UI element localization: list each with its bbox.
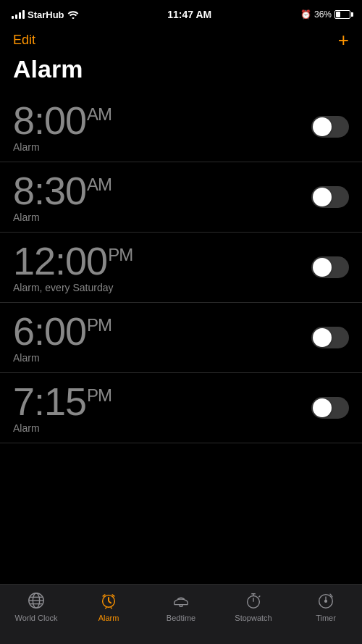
edit-button[interactable]: Edit — [13, 33, 35, 48]
add-alarm-button[interactable]: + — [338, 30, 349, 49]
svg-point-20 — [325, 601, 327, 603]
alarm-info: 7:15PM Alarm — [13, 382, 111, 434]
alarm-list: 8:00AM Alarm 8:30AM Alarm 12:00PM Alarm,… — [0, 92, 362, 443]
alarm-time: 7:15PM — [13, 382, 111, 421]
alarm-time: 8:30AM — [13, 171, 111, 210]
alarm-item[interactable]: 6:00PM Alarm — [0, 303, 362, 373]
signal-icon — [12, 10, 25, 19]
alarm-icon — [98, 590, 119, 611]
status-right: ⏰ 36% — [300, 9, 350, 20]
alarm-item[interactable]: 8:00AM Alarm — [0, 92, 362, 162]
alarm-label: Alarm — [13, 141, 111, 153]
status-left: StarHub — [12, 9, 79, 20]
alarm-item[interactable]: 12:00PM Alarm, every Saturday — [0, 233, 362, 303]
stopwatch-icon — [243, 590, 264, 611]
alarm-time: 12:00PM — [13, 241, 132, 280]
tab-alarm[interactable]: Alarm — [80, 590, 138, 622]
svg-point-13 — [248, 596, 260, 609]
bedtime-icon — [171, 590, 191, 611]
alarm-info: 8:30AM Alarm — [13, 171, 111, 223]
alarm-time: 6:00PM — [13, 311, 111, 351]
timer-icon — [316, 590, 336, 611]
svg-line-11 — [111, 607, 112, 609]
alarm-label: Alarm, every Saturday — [13, 282, 132, 293]
tab-bar: World Clock Alarm Bedtime — [0, 584, 362, 644]
alarm-toggle[interactable] — [311, 116, 349, 138]
svg-line-10 — [105, 607, 106, 609]
alarm-toggle[interactable] — [311, 256, 349, 278]
tab-timer-label: Timer — [316, 614, 336, 622]
toolbar: Edit + — [0, 26, 362, 55]
alarm-toggle[interactable] — [311, 327, 349, 348]
wifi-icon — [67, 10, 79, 19]
tab-world-clock[interactable]: World Clock — [7, 590, 65, 622]
alarm-item[interactable]: 8:30AM Alarm — [0, 162, 362, 233]
tab-stopwatch[interactable]: Stopwatch — [224, 590, 282, 622]
alarm-label: Alarm — [13, 212, 111, 223]
alarm-time: 8:00AM — [13, 101, 111, 140]
svg-line-7 — [109, 601, 111, 603]
alarm-toggle[interactable] — [311, 186, 349, 208]
alarm-label: Alarm — [13, 422, 111, 434]
alarm-info: 6:00PM Alarm — [13, 311, 111, 364]
alarm-status-icon: ⏰ — [300, 9, 311, 20]
status-bar: StarHub 11:47 AM ⏰ 36% — [0, 0, 362, 26]
page-title: Alarm — [0, 55, 362, 92]
alarm-info: 8:00AM Alarm — [13, 101, 111, 153]
tab-alarm-label: Alarm — [98, 614, 119, 622]
alarm-info: 12:00PM Alarm, every Saturday — [13, 241, 132, 293]
svg-line-17 — [258, 596, 260, 598]
alarm-toggle[interactable] — [311, 397, 349, 419]
tab-stopwatch-label: Stopwatch — [235, 614, 272, 622]
alarm-label: Alarm — [13, 352, 111, 364]
alarm-item[interactable]: 7:15PM Alarm — [0, 373, 362, 443]
tab-world-clock-label: World Clock — [14, 614, 57, 622]
tab-timer[interactable]: Timer — [297, 590, 355, 622]
world-clock-icon — [26, 590, 46, 611]
svg-rect-12 — [180, 605, 182, 607]
battery-percent: 36% — [314, 9, 332, 20]
battery-icon — [334, 10, 350, 19]
tab-bedtime[interactable]: Bedtime — [152, 590, 210, 622]
tab-bedtime-label: Bedtime — [167, 614, 195, 622]
status-time: 11:47 AM — [167, 9, 211, 20]
carrier-name: StarHub — [28, 9, 64, 20]
